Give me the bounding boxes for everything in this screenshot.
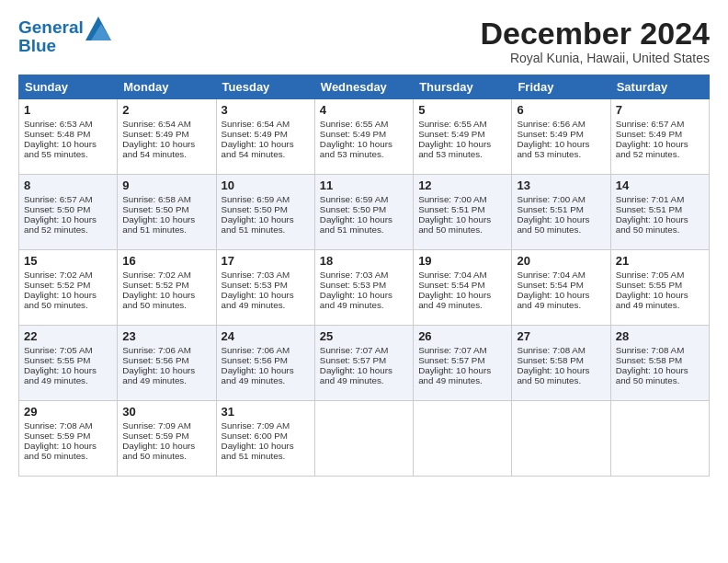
day-number: 14	[616, 178, 704, 192]
calendar-day-cell: 26 Sunrise: 7:07 AM Sunset: 5:57 PM Dayl…	[414, 326, 512, 401]
sunset-label: Sunset: 5:49 PM	[320, 129, 386, 139]
calendar-day-cell: 6 Sunrise: 6:56 AM Sunset: 5:49 PM Dayli…	[512, 99, 610, 175]
calendar-day-cell	[512, 401, 610, 477]
calendar-week-row: 8 Sunrise: 6:57 AM Sunset: 5:50 PM Dayli…	[19, 175, 710, 250]
day-number: 24	[222, 329, 310, 343]
daylight-label: Daylight: 10 hours and 49 minutes.	[517, 290, 589, 310]
sunrise-label: Sunrise: 7:04 AM	[418, 270, 487, 280]
daylight-label: Daylight: 10 hours and 55 minutes.	[24, 139, 97, 159]
day-number: 15	[24, 254, 112, 268]
sunset-label: Sunset: 5:49 PM	[517, 129, 583, 139]
sunset-label: Sunset: 5:48 PM	[24, 129, 90, 139]
sunrise-label: Sunrise: 7:06 AM	[122, 345, 191, 355]
daylight-label: Daylight: 10 hours and 50 minutes.	[616, 365, 688, 385]
day-number: 12	[418, 178, 506, 192]
daylight-label: Daylight: 10 hours and 49 minutes.	[122, 365, 195, 385]
sunset-label: Sunset: 5:57 PM	[418, 355, 484, 365]
sunset-label: Sunset: 5:50 PM	[24, 204, 90, 214]
month-title: December 2024	[480, 17, 710, 51]
calendar-day-cell: 24 Sunrise: 7:06 AM Sunset: 5:56 PM Dayl…	[216, 326, 314, 401]
day-number: 10	[222, 178, 310, 192]
day-number: 26	[418, 329, 506, 343]
calendar-day-cell: 22 Sunrise: 7:05 AM Sunset: 5:55 PM Dayl…	[19, 326, 118, 401]
calendar-day-cell: 4 Sunrise: 6:55 AM Sunset: 5:49 PM Dayli…	[314, 99, 413, 175]
sunrise-label: Sunrise: 6:59 AM	[222, 194, 290, 204]
day-number: 5	[418, 103, 506, 117]
daylight-label: Daylight: 10 hours and 49 minutes.	[320, 365, 392, 385]
calendar-day-cell: 19 Sunrise: 7:04 AM Sunset: 5:54 PM Dayl…	[414, 250, 512, 326]
calendar-header-row: SundayMondayTuesdayWednesdayThursdayFrid…	[19, 75, 710, 99]
daylight-label: Daylight: 10 hours and 49 minutes.	[418, 290, 491, 310]
day-number: 17	[222, 254, 310, 268]
daylight-label: Daylight: 10 hours and 54 minutes.	[122, 139, 195, 159]
sunset-label: Sunset: 6:00 PM	[222, 431, 288, 441]
sunrise-label: Sunrise: 6:57 AM	[616, 119, 685, 129]
calendar-day-cell: 17 Sunrise: 7:03 AM Sunset: 5:53 PM Dayl…	[216, 250, 314, 326]
calendar-header-cell: Monday	[118, 75, 216, 99]
daylight-label: Daylight: 10 hours and 49 minutes.	[222, 290, 294, 310]
daylight-label: Daylight: 10 hours and 52 minutes.	[24, 214, 97, 235]
sunset-label: Sunset: 5:50 PM	[320, 204, 386, 214]
sunset-label: Sunset: 5:52 PM	[122, 280, 188, 290]
calendar-header-cell: Tuesday	[216, 75, 314, 99]
day-number: 25	[320, 329, 408, 343]
daylight-label: Daylight: 10 hours and 50 minutes.	[517, 365, 589, 385]
calendar-day-cell	[610, 401, 709, 477]
calendar-day-cell: 21 Sunrise: 7:05 AM Sunset: 5:55 PM Dayl…	[610, 250, 709, 326]
logo-icon	[85, 17, 111, 40]
sunset-label: Sunset: 5:49 PM	[222, 129, 288, 139]
daylight-label: Daylight: 10 hours and 50 minutes.	[122, 290, 195, 310]
calendar-day-cell: 27 Sunrise: 7:08 AM Sunset: 5:58 PM Dayl…	[512, 326, 610, 401]
calendar-day-cell: 9 Sunrise: 6:58 AM Sunset: 5:50 PM Dayli…	[118, 175, 216, 250]
sunrise-label: Sunrise: 6:54 AM	[122, 119, 191, 129]
calendar-body: 1 Sunrise: 6:53 AM Sunset: 5:48 PM Dayli…	[19, 99, 710, 477]
sunrise-label: Sunrise: 6:55 AM	[320, 119, 389, 129]
daylight-label: Daylight: 10 hours and 53 minutes.	[320, 139, 392, 159]
sunset-label: Sunset: 5:49 PM	[418, 129, 484, 139]
calendar-day-cell: 16 Sunrise: 7:02 AM Sunset: 5:52 PM Dayl…	[118, 250, 216, 326]
daylight-label: Daylight: 10 hours and 51 minutes.	[122, 214, 195, 235]
sunrise-label: Sunrise: 6:57 AM	[24, 194, 93, 204]
calendar-day-cell: 3 Sunrise: 6:54 AM Sunset: 5:49 PM Dayli…	[216, 99, 314, 175]
day-number: 7	[616, 103, 704, 117]
day-number: 13	[517, 178, 605, 192]
sunset-label: Sunset: 5:54 PM	[418, 280, 484, 290]
sunset-label: Sunset: 5:55 PM	[24, 355, 90, 365]
day-number: 19	[418, 254, 506, 268]
calendar-header-cell: Thursday	[414, 75, 512, 99]
calendar-day-cell: 20 Sunrise: 7:04 AM Sunset: 5:54 PM Dayl…	[512, 250, 610, 326]
sunset-label: Sunset: 5:50 PM	[122, 204, 188, 214]
calendar-day-cell: 13 Sunrise: 7:00 AM Sunset: 5:51 PM Dayl…	[512, 175, 610, 250]
calendar-table: SundayMondayTuesdayWednesdayThursdayFrid…	[18, 75, 710, 477]
sunrise-label: Sunrise: 7:04 AM	[517, 270, 586, 280]
calendar-day-cell: 10 Sunrise: 6:59 AM Sunset: 5:50 PM Dayl…	[216, 175, 314, 250]
sunrise-label: Sunrise: 7:03 AM	[320, 270, 389, 280]
sunset-label: Sunset: 5:53 PM	[320, 280, 386, 290]
sunrise-label: Sunrise: 7:00 AM	[418, 194, 487, 204]
daylight-label: Daylight: 10 hours and 53 minutes.	[517, 139, 589, 159]
day-number: 3	[222, 103, 310, 117]
daylight-label: Daylight: 10 hours and 51 minutes.	[222, 214, 294, 235]
day-number: 29	[24, 405, 112, 419]
calendar-day-cell	[314, 401, 413, 477]
daylight-label: Daylight: 10 hours and 50 minutes.	[418, 214, 491, 235]
sunrise-label: Sunrise: 7:05 AM	[616, 270, 685, 280]
calendar-week-row: 22 Sunrise: 7:05 AM Sunset: 5:55 PM Dayl…	[19, 326, 710, 401]
sunrise-label: Sunrise: 7:03 AM	[222, 270, 290, 280]
sunset-label: Sunset: 5:51 PM	[418, 204, 484, 214]
calendar-day-cell: 18 Sunrise: 7:03 AM Sunset: 5:53 PM Dayl…	[314, 250, 413, 326]
sunset-label: Sunset: 5:49 PM	[122, 129, 188, 139]
sunset-label: Sunset: 5:57 PM	[320, 355, 386, 365]
day-number: 28	[616, 329, 704, 343]
calendar-day-cell	[414, 401, 512, 477]
day-number: 4	[320, 103, 408, 117]
daylight-label: Daylight: 10 hours and 53 minutes.	[418, 139, 491, 159]
day-number: 16	[122, 254, 210, 268]
daylight-label: Daylight: 10 hours and 49 minutes.	[320, 290, 392, 310]
daylight-label: Daylight: 10 hours and 49 minutes.	[24, 365, 97, 385]
calendar-day-cell: 30 Sunrise: 7:09 AM Sunset: 5:59 PM Dayl…	[118, 401, 216, 477]
day-number: 22	[24, 329, 112, 343]
sunrise-label: Sunrise: 7:02 AM	[24, 270, 93, 280]
calendar-header-cell: Friday	[512, 75, 610, 99]
day-number: 23	[122, 329, 210, 343]
